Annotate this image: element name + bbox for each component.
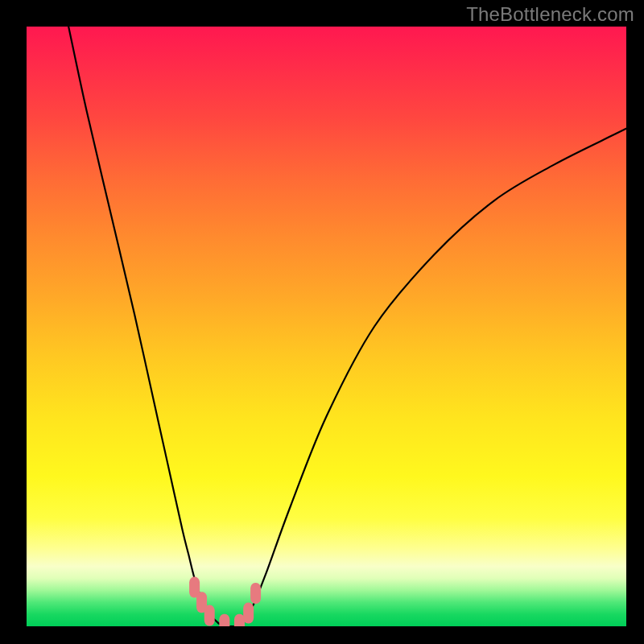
chart-plot-area: [27, 27, 626, 626]
highlight-marker: [234, 614, 245, 626]
bottleneck-curve-right: [242, 129, 626, 624]
highlight-marker: [204, 605, 215, 626]
curve-svg: [27, 27, 626, 626]
bottleneck-curve-left: [68, 27, 218, 623]
watermark-text: TheBottleneck.com: [466, 3, 634, 26]
highlight-marker: [219, 614, 229, 626]
marker-group: [189, 577, 261, 626]
highlight-marker: [250, 583, 261, 604]
highlight-marker: [243, 603, 254, 624]
